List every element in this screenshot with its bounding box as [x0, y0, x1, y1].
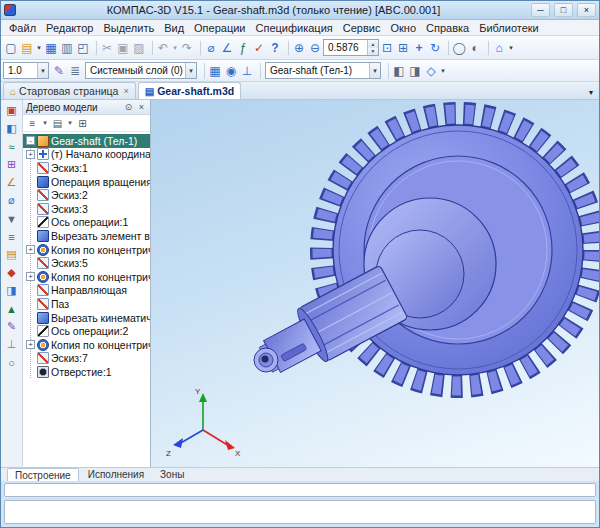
layer-combo[interactable]: Системный слой (0) ▾	[85, 62, 197, 79]
panel-arrays-icon[interactable]: ⊞	[3, 156, 21, 173]
menu-item[interactable]: Справка	[421, 22, 474, 34]
tree-expander[interactable]	[26, 231, 35, 240]
tree-expander[interactable]: +	[26, 245, 35, 254]
tree-expander[interactable]: -	[26, 136, 35, 145]
tree-item[interactable]: Вырезать кинематич	[23, 311, 150, 325]
tree-expander[interactable]	[26, 327, 35, 336]
dropdown-arrow-icon[interactable]: ▾	[171, 39, 179, 57]
chevron-down-icon[interactable]: ▾	[37, 63, 48, 78]
angle-icon[interactable]: ∠	[219, 39, 235, 57]
copy-icon[interactable]: ▣	[115, 39, 131, 57]
fx-icon[interactable]: ƒ	[235, 39, 251, 57]
menu-item[interactable]: Сервис	[338, 22, 386, 34]
document-tab[interactable]: ⌂ Стартовая страница ×	[3, 82, 136, 99]
rotate-view-icon[interactable]: ↻	[427, 39, 443, 57]
dropdown-arrow-icon[interactable]: ▾	[35, 39, 43, 57]
pin-icon[interactable]: ⊙	[123, 102, 134, 112]
tree-item[interactable]: + Копия по концентрич	[23, 270, 150, 284]
dropdown-arrow-icon[interactable]: ▾	[66, 116, 74, 131]
tree-expander[interactable]	[26, 286, 35, 295]
tree-item[interactable]: Направляющая	[23, 284, 150, 298]
panel-constraints-icon[interactable]: ⊥	[3, 336, 21, 353]
tree-expander[interactable]	[26, 259, 35, 268]
print-icon[interactable]: ▥	[59, 39, 75, 57]
pan-icon[interactable]: +	[411, 39, 427, 57]
dropdown-arrow-icon[interactable]: ▾	[41, 116, 49, 131]
layers-icon[interactable]: ≣	[67, 62, 83, 80]
tree-item[interactable]: Ось операции:1	[23, 216, 150, 230]
menu-item[interactable]: Окно	[385, 22, 421, 34]
perspective-icon[interactable]: ◇	[423, 62, 439, 80]
tree-item[interactable]: Отверстие:1	[23, 365, 150, 379]
panel-features-icon[interactable]: ▲	[3, 300, 21, 317]
style-icon[interactable]: ✎	[51, 62, 67, 80]
tree-item[interactable]: Эскиз:7	[23, 352, 150, 366]
tree-expander[interactable]	[26, 191, 35, 200]
tab-scroll-icon[interactable]: ▾	[589, 88, 597, 99]
cut-icon[interactable]: ✂	[99, 39, 115, 57]
tree-view-icon[interactable]: ≡	[25, 116, 40, 131]
tree-item[interactable]: + Копия по концентрич	[23, 243, 150, 257]
paste-icon[interactable]: ▨	[131, 39, 147, 57]
tree-expander[interactable]	[26, 354, 35, 363]
tree-item[interactable]: Эскиз:1	[23, 161, 150, 175]
maximize-button[interactable]: □	[554, 3, 573, 17]
close-button[interactable]: ×	[577, 3, 596, 17]
menu-item[interactable]: Файл	[4, 22, 41, 34]
orientation-icon[interactable]: ⌂	[491, 39, 507, 57]
tree-expander[interactable]	[26, 204, 35, 213]
shaded-mode-icon[interactable]: ◐	[467, 39, 483, 57]
grid-icon[interactable]: ▦	[207, 62, 223, 80]
zoom-value-combo[interactable]: 0.5876 ▴ ▾	[323, 39, 379, 56]
section-view-icon[interactable]: ◨	[407, 62, 423, 80]
snap-icon[interactable]: ◉	[223, 62, 239, 80]
menu-item[interactable]: Редактор	[41, 22, 98, 34]
panel-spec-icon[interactable]: ≡	[3, 228, 21, 245]
tree-expander[interactable]: +	[26, 340, 35, 349]
close-icon[interactable]: ×	[136, 102, 147, 112]
mode-tab[interactable]: Зоны	[153, 468, 191, 481]
spin-down-icon[interactable]: ▾	[368, 48, 378, 56]
panel-sheet-metal-icon[interactable]: ◨	[3, 282, 21, 299]
tree-item[interactable]: Ось операции:2	[23, 324, 150, 338]
zoom-spinner[interactable]: ▴ ▾	[367, 40, 378, 55]
document-tab[interactable]: ▤ Gear-shaft.m3d	[138, 82, 241, 99]
zoom-out-icon[interactable]: ⊖	[307, 39, 323, 57]
tree-relations-icon[interactable]: ⊞	[75, 116, 90, 131]
tree-expander[interactable]	[26, 218, 35, 227]
chevron-down-icon[interactable]: ▾	[369, 63, 380, 78]
dropdown-arrow-icon[interactable]: ▾	[507, 39, 515, 57]
panel-surfaces-icon[interactable]: ◧	[3, 120, 21, 137]
mode-tab[interactable]: Построение	[7, 468, 79, 481]
preview-icon[interactable]: ◰	[75, 39, 91, 57]
spin-up-icon[interactable]: ▴	[368, 40, 378, 48]
tree-item[interactable]: + (т) Начало координат	[23, 148, 150, 162]
menu-item[interactable]: Библиотеки	[474, 22, 544, 34]
gear-shaft-model[interactable]	[252, 112, 596, 387]
open-folder-icon[interactable]: ▤	[19, 39, 35, 57]
new-document-icon[interactable]: ▢	[3, 39, 19, 57]
tree-expander[interactable]	[26, 367, 35, 376]
tree-item[interactable]: - Gear-shaft (Тел-1)	[23, 134, 150, 148]
panel-reports-icon[interactable]: ▤	[3, 246, 21, 263]
panel-curves-icon[interactable]: ≈	[3, 138, 21, 155]
panel-edit-part-icon[interactable]: ▣	[3, 102, 21, 119]
ortho-icon[interactable]: ⊥	[239, 62, 255, 80]
tree-expander[interactable]: +	[26, 272, 35, 281]
menu-item[interactable]: Вид	[159, 22, 189, 34]
panel-sketch-icon[interactable]: ✎	[3, 318, 21, 335]
tree-expander[interactable]	[26, 163, 35, 172]
wireframe-icon[interactable]: ◯	[451, 39, 467, 57]
menu-item[interactable]: Операции	[189, 22, 250, 34]
mode-tab[interactable]: Исполнения	[81, 468, 151, 481]
hide-face-icon[interactable]: ◧	[391, 62, 407, 80]
line-width-combo[interactable]: 1.0 ▾	[3, 62, 49, 79]
tree-expander[interactable]	[26, 313, 35, 322]
context-help-icon[interactable]: ?	[267, 39, 283, 57]
menu-item[interactable]: Выделить	[98, 22, 159, 34]
undo-icon[interactable]: ↶	[155, 39, 171, 57]
save-icon[interactable]: ▦	[43, 39, 59, 57]
zoom-in-icon[interactable]: ⊕	[291, 39, 307, 57]
tree-item[interactable]: Эскиз:2	[23, 188, 150, 202]
panel-design-elements-icon[interactable]: ◆	[3, 264, 21, 281]
